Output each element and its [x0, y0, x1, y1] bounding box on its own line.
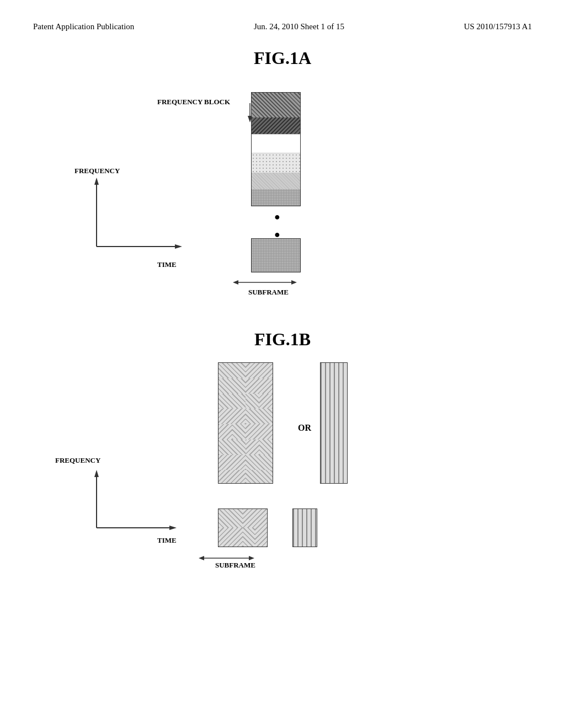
- fig1b-vert-block: [320, 362, 348, 484]
- svg-marker-10: [94, 470, 99, 477]
- cell-diag-r: [246, 363, 273, 378]
- cell-diag-l2: [218, 378, 246, 394]
- block-bottom-seg: [252, 239, 300, 272]
- header-date-sheet: Jun. 24, 2010 Sheet 1 of 15: [254, 22, 344, 31]
- fig1b-small-vert-block: [292, 508, 317, 547]
- header-publication-type: Patent Application Publication: [33, 22, 134, 31]
- block-seg-5: [252, 173, 300, 189]
- freq-time-axes-1b: [86, 467, 196, 550]
- block-seg-3: [252, 134, 300, 153]
- fig1b-small-block: [218, 508, 268, 547]
- freq-time-axes: [86, 175, 196, 269]
- fig1a-label: FIG.1A: [0, 48, 565, 68]
- fig1a-section: FIG.1A FREQUENCY TIME FREQUENCY BLOCK: [0, 48, 565, 324]
- freq-axis-label-1b: FREQUENCY: [55, 456, 100, 465]
- svg-marker-15: [249, 556, 254, 560]
- freq-block-bottom: [251, 238, 301, 272]
- block-seg-6: [252, 189, 300, 206]
- time-axis-label-1a: TIME: [157, 260, 177, 269]
- svg-marker-3: [175, 244, 182, 249]
- fig1b-label: FIG.1B: [0, 329, 565, 350]
- svg-marker-1: [94, 178, 99, 185]
- block-seg-1: [252, 93, 300, 117]
- block-seg-2: [252, 117, 300, 134]
- fig1b-large-block-left: [218, 362, 273, 484]
- cell-diag-l3: [218, 394, 246, 409]
- fig1b-section: FIG.1B: [0, 329, 565, 594]
- header-patent-number: US 2010/157913 A1: [464, 22, 532, 31]
- svg-marker-7: [233, 280, 238, 285]
- cell-diag-r2: [246, 378, 273, 394]
- subframe-label-1b: SUBFRAME: [215, 561, 255, 570]
- svg-marker-8: [291, 280, 297, 285]
- block-seg-4: [252, 153, 300, 173]
- page-header: Patent Application Publication Jun. 24, …: [0, 0, 565, 31]
- svg-marker-12: [169, 526, 177, 530]
- frequency-axis-label: FREQUENCY: [74, 167, 120, 175]
- cell-diag-l: [218, 363, 246, 378]
- or-label: OR: [298, 423, 311, 433]
- freq-block-main: [251, 92, 301, 206]
- subframe-label-1a: SUBFRAME: [248, 288, 289, 297]
- svg-marker-14: [199, 556, 204, 560]
- time-axis-label-1b: TIME: [157, 536, 177, 545]
